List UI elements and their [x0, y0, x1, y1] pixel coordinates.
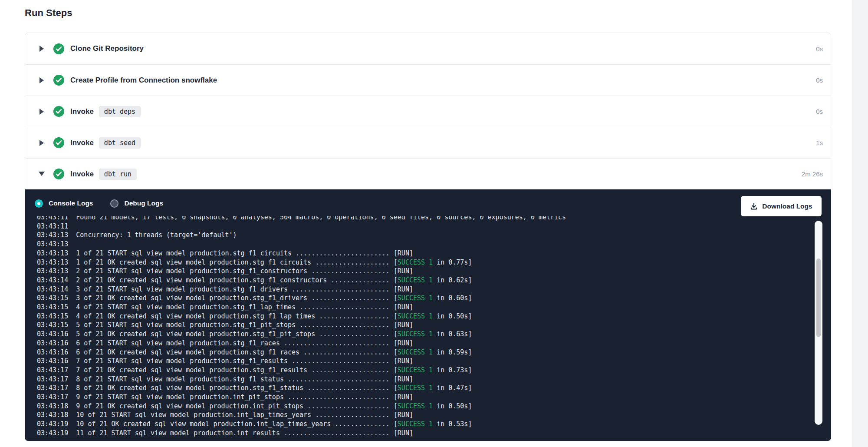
run-steps-card: Clone Git Repository0sCreate Profile fro…: [25, 33, 831, 441]
success-check-icon: [53, 137, 64, 148]
step-row[interactable]: Invokedbt deps0s: [25, 96, 831, 127]
log-line: 03:43:19 10 of 21 OK created sql view mo…: [37, 420, 805, 429]
step-label: Clone Git Repository: [70, 44, 144, 53]
step-row[interactable]: Invokedbt run2m 26s: [25, 158, 831, 189]
log-line: 03:43:17 8 of 21 OK created sql view mod…: [37, 384, 805, 393]
step-label: Invoke: [70, 107, 94, 116]
log-line: 03:43:15 4 of 21 START sql view model pr…: [37, 303, 805, 312]
step-duration: 2m 26s: [802, 170, 823, 178]
console-panel: Console Logs Debug Logs: [25, 189, 831, 441]
debug-logs-radio[interactable]: Debug Logs: [110, 199, 163, 208]
step-duration: 1s: [816, 139, 823, 146]
success-status: SUCCESS 1: [398, 276, 433, 284]
download-logs-label: Download Logs: [762, 202, 812, 210]
step-label: Invoke: [70, 170, 94, 179]
console-header: Console Logs Debug Logs: [25, 189, 831, 217]
log-lines: 03:43:11 Found 21 models, 17 tests, 0 sn…: [37, 216, 805, 437]
debug-logs-label[interactable]: Debug Logs: [124, 199, 163, 207]
log-line: 03:43:19 11 of 21 START sql view model p…: [37, 429, 805, 437]
success-check-icon: [53, 106, 64, 117]
steps-list: Clone Git Repository0sCreate Profile fro…: [25, 33, 831, 189]
step-row[interactable]: Clone Git Repository0s: [25, 33, 831, 64]
run-steps-page: Run Steps Clone Git Repository0sCreate P…: [0, 0, 868, 447]
log-type-radio-group: Console Logs Debug Logs: [35, 199, 163, 208]
radio-unselected-icon[interactable]: [110, 199, 118, 208]
step-label: Create Profile from Connection snowflake: [70, 76, 217, 85]
log-line: 03:43:13 2 of 21 START sql view model pr…: [37, 267, 805, 276]
log-line: 03:43:13: [37, 240, 805, 249]
chevron-right-icon[interactable]: [39, 77, 45, 83]
log-line: 03:43:14 2 of 21 OK created sql view mod…: [37, 276, 805, 285]
download-logs-button[interactable]: Download Logs: [741, 196, 822, 216]
chevron-down-icon[interactable]: [39, 171, 45, 177]
radio-selected-icon[interactable]: [35, 199, 43, 208]
success-status: SUCCESS 1: [398, 312, 433, 320]
log-line: 03:43:17 8 of 21 START sql view model pr…: [37, 375, 805, 384]
log-line: 03:43:15 3 of 21 OK created sql view mod…: [37, 294, 805, 303]
log-line: 03:43:11: [37, 222, 805, 231]
success-status: SUCCESS 1: [398, 402, 433, 410]
step-row[interactable]: Create Profile from Connection snowflake…: [25, 64, 831, 96]
success-check-icon: [53, 43, 64, 54]
log-line: 03:43:16 6 of 21 OK created sql view mod…: [37, 348, 805, 357]
chevron-right-icon[interactable]: [39, 109, 45, 115]
log-line: 03:43:17 9 of 21 START sql view model pr…: [37, 393, 805, 402]
console-log-output: 03:43:11 Found 21 models, 17 tests, 0 sn…: [37, 216, 805, 437]
console-scrollbar-thumb[interactable]: [816, 258, 821, 337]
log-line: 03:43:18 9 of 21 OK created sql view mod…: [37, 402, 805, 411]
success-check-icon: [53, 169, 64, 179]
log-line: 03:43:13 Concurrency: 1 threads (target=…: [37, 231, 805, 240]
step-label: Invoke: [70, 139, 94, 147]
step-row[interactable]: Invokedbt seed1s: [25, 127, 831, 158]
success-status: SUCCESS 1: [398, 258, 433, 266]
command-badge: dbt run: [99, 169, 137, 180]
log-line: 03:43:17 7 of 21 OK created sql view mod…: [37, 366, 805, 375]
log-line: 03:43:11 Found 21 models, 17 tests, 0 sn…: [37, 216, 805, 222]
page-right-gutter: [852, 0, 868, 447]
success-status: SUCCESS 1: [398, 384, 433, 392]
command-badge: dbt deps: [99, 106, 141, 117]
success-status: SUCCESS 1: [398, 348, 433, 356]
success-status: SUCCESS 1: [398, 420, 433, 428]
page-title: Run Steps: [25, 7, 72, 19]
command-badge: dbt seed: [99, 137, 141, 149]
download-icon: [750, 202, 758, 210]
log-line: 03:43:13 1 of 21 START sql view model pr…: [37, 249, 805, 258]
log-line: 03:43:16 5 of 21 OK created sql view mod…: [37, 330, 805, 339]
console-logs-radio[interactable]: Console Logs: [35, 199, 93, 208]
log-line: 03:43:15 4 of 21 OK created sql view mod…: [37, 312, 805, 321]
console-scrollbar-track[interactable]: [815, 221, 822, 425]
log-line: 03:43:18 10 of 21 START sql view model p…: [37, 411, 805, 420]
log-line: 03:43:16 6 of 21 START sql view model pr…: [37, 339, 805, 348]
chevron-right-icon[interactable]: [39, 140, 45, 146]
console-logs-label[interactable]: Console Logs: [49, 199, 93, 207]
step-duration: 0s: [816, 108, 823, 115]
log-line: 03:43:15 5 of 21 START sql view model pr…: [37, 321, 805, 330]
success-status: SUCCESS 1: [398, 294, 433, 302]
log-line: 03:43:13 1 of 21 OK created sql view mod…: [37, 258, 805, 267]
log-line: 03:43:14 3 of 21 START sql view model pr…: [37, 285, 805, 294]
success-check-icon: [53, 75, 64, 86]
chevron-right-icon[interactable]: [39, 46, 45, 52]
step-duration: 0s: [816, 45, 823, 53]
log-line: 03:43:16 7 of 21 START sql view model pr…: [37, 357, 805, 366]
success-status: SUCCESS 1: [398, 366, 433, 374]
step-duration: 0s: [816, 76, 823, 84]
success-status: SUCCESS 1: [398, 330, 433, 338]
